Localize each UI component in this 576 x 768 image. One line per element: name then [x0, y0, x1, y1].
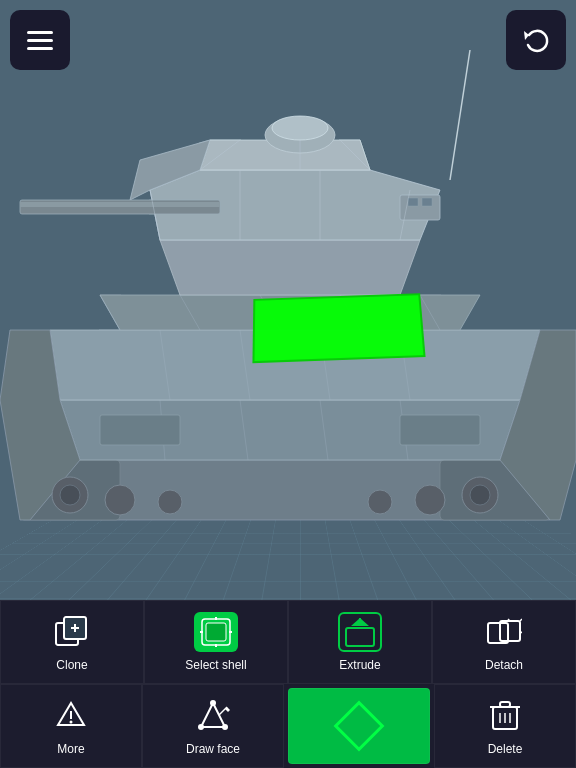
more-label: More: [57, 742, 84, 756]
draw-face-label: Draw face: [186, 742, 240, 756]
hamburger-icon: [27, 31, 53, 50]
svg-rect-79: [500, 702, 510, 707]
svg-rect-40: [400, 195, 440, 220]
svg-marker-71: [201, 703, 225, 727]
select-shell-icon-box: [194, 612, 238, 652]
draw-face-button[interactable]: Draw face: [142, 684, 284, 768]
svg-point-70: [70, 720, 73, 723]
svg-point-15: [272, 116, 328, 140]
toolbar-row-1: Clone Select shell: [0, 600, 576, 684]
menu-button[interactable]: [10, 10, 70, 70]
detach-label: Detach: [485, 658, 523, 672]
svg-rect-55: [206, 623, 226, 641]
svg-rect-60: [346, 628, 374, 646]
draw-face-icon-box: [193, 696, 233, 736]
svg-rect-41: [408, 198, 418, 206]
active-tool-button[interactable]: [288, 688, 430, 764]
undo-button[interactable]: [506, 10, 566, 70]
clone-label: Clone: [56, 658, 87, 672]
extrude-icon: [343, 616, 377, 648]
svg-point-74: [198, 724, 204, 730]
delete-label: Delete: [488, 742, 523, 756]
active-tool-icon-box: [339, 706, 379, 746]
delete-icon-box: [485, 696, 525, 736]
svg-point-39: [368, 490, 392, 514]
svg-point-73: [222, 724, 228, 730]
extrude-button[interactable]: Extrude: [288, 600, 432, 684]
detach-icon: [486, 615, 522, 649]
selected-face: [252, 293, 425, 363]
svg-point-35: [158, 490, 182, 514]
more-button[interactable]: More: [0, 684, 142, 768]
more-icon-box: [51, 696, 91, 736]
svg-rect-42: [422, 198, 432, 206]
svg-marker-8: [160, 240, 420, 295]
svg-point-34: [105, 485, 135, 515]
undo-icon: [521, 25, 551, 55]
3d-viewport[interactable]: Clone Select shell: [0, 0, 576, 768]
svg-line-16: [450, 50, 470, 180]
diamond-icon: [334, 701, 385, 752]
svg-line-66: [520, 619, 522, 621]
clone-button[interactable]: Clone: [0, 600, 144, 684]
clone-icon-box: [52, 612, 92, 652]
svg-rect-13: [20, 202, 220, 207]
select-shell-button[interactable]: Select shell: [144, 600, 288, 684]
toolbar: Clone Select shell: [0, 600, 576, 768]
svg-point-38: [415, 485, 445, 515]
extrude-icon-box: [338, 612, 382, 652]
select-shell-icon: [198, 615, 234, 649]
draw-face-icon: [195, 699, 231, 733]
svg-point-33: [60, 485, 80, 505]
select-shell-label: Select shell: [185, 658, 246, 672]
svg-rect-30: [100, 415, 180, 445]
delete-button[interactable]: Delete: [434, 684, 576, 768]
toolbar-row-2: More Draw face: [0, 684, 576, 768]
delete-icon: [489, 699, 521, 733]
detach-icon-box: [484, 612, 524, 652]
extrude-label: Extrude: [339, 658, 380, 672]
svg-point-72: [210, 700, 216, 706]
more-icon: [54, 701, 88, 731]
svg-point-37: [470, 485, 490, 505]
detach-button[interactable]: Detach: [432, 600, 576, 684]
svg-rect-31: [400, 415, 480, 445]
clone-icon: [54, 615, 90, 649]
